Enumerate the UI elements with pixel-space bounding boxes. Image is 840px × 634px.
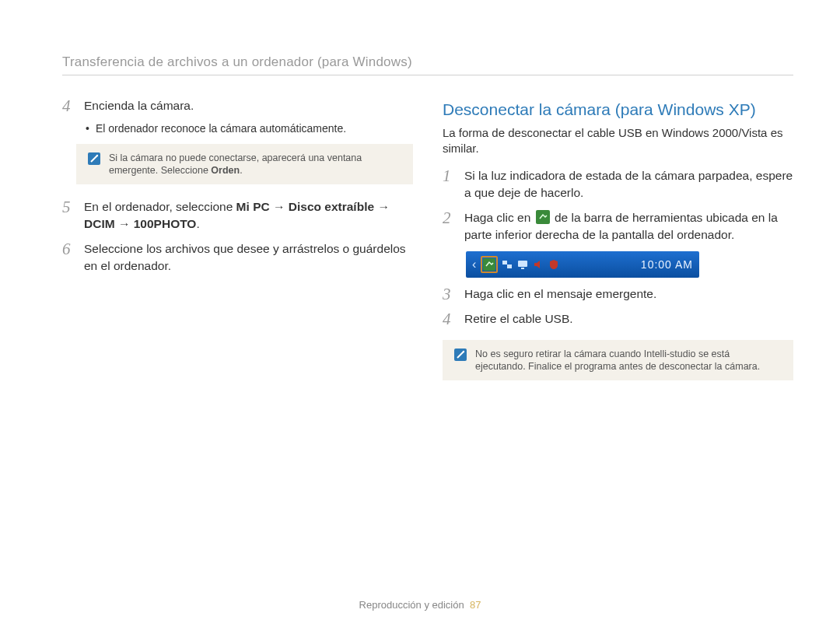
safe-remove-tray-icon bbox=[483, 258, 495, 271]
step-text: En el ordenador, seleccione Mi PC → Disc… bbox=[84, 198, 413, 233]
shield-tray-icon bbox=[548, 258, 560, 271]
step-text: Haga clic en el mensaje emergente. bbox=[464, 285, 793, 303]
step-text: Seleccione los archivos que desee y arrá… bbox=[84, 240, 413, 275]
right-step-1: 1 Si la luz indicadora de estada de la c… bbox=[443, 167, 793, 201]
note-icon bbox=[87, 152, 101, 166]
step-text: Encienda la cámara. bbox=[84, 97, 413, 114]
section-lead: La forma de desconectar el cable USB en … bbox=[443, 125, 793, 156]
note-box-2: No es seguro retirar la cámara cuando In… bbox=[443, 340, 793, 380]
note-text: Si la cámara no puede conectarse, aparec… bbox=[109, 152, 402, 177]
step-number: 1 bbox=[443, 167, 457, 201]
svg-rect-3 bbox=[483, 258, 495, 271]
content-columns: 4 Encienda la cámara. El ordenador recon… bbox=[62, 97, 793, 394]
step-4-sub: El ordenador reconoce la cámara automáti… bbox=[86, 122, 413, 135]
svg-rect-6 bbox=[507, 264, 512, 268]
step-number: 5 bbox=[62, 198, 76, 233]
right-step-4: 4 Retire el cable USB. bbox=[443, 310, 793, 328]
step-4: 4 Encienda la cámara. bbox=[62, 97, 413, 114]
page-number: 87 bbox=[470, 599, 481, 611]
svg-rect-8 bbox=[521, 268, 524, 269]
svg-point-10 bbox=[463, 351, 464, 352]
step-number: 4 bbox=[443, 310, 457, 328]
note-icon bbox=[453, 348, 467, 362]
right-step-3: 3 Haga clic en el mensaje emergente. bbox=[443, 285, 793, 303]
left-column: 4 Encienda la cámara. El ordenador recon… bbox=[62, 97, 413, 394]
network-tray-icon bbox=[501, 258, 513, 271]
step-number: 3 bbox=[443, 285, 457, 303]
step-5: 5 En el ordenador, seleccione Mi PC → Di… bbox=[62, 198, 413, 233]
tray-clock: 10:00 AM bbox=[641, 258, 693, 271]
section-heading: Desconectar la cámara (para Windows XP) bbox=[443, 100, 793, 119]
manual-page: Transferencia de archivos a un ordenador… bbox=[0, 0, 840, 634]
svg-rect-7 bbox=[518, 261, 527, 267]
step-text: Retire el cable USB. bbox=[464, 310, 793, 328]
note-text: No es seguro retirar la cámara cuando In… bbox=[475, 348, 782, 373]
step-number: 4 bbox=[62, 97, 76, 114]
step-number: 2 bbox=[443, 209, 457, 243]
footer-text: Reproducción y edición bbox=[359, 599, 464, 611]
volume-tray-icon bbox=[532, 258, 544, 271]
svg-rect-5 bbox=[502, 261, 507, 264]
step-text: Si la luz indicadora de estada de la cám… bbox=[464, 167, 793, 201]
page-header: Transferencia de archivos a un ordenador… bbox=[62, 54, 793, 70]
svg-point-1 bbox=[96, 155, 98, 156]
page-footer: Reproducción y edición 87 bbox=[0, 599, 840, 611]
step-6: 6 Seleccione los archivos que desee y ar… bbox=[62, 240, 413, 275]
right-step-2: 2 Haga clic en de la barra de herramient… bbox=[443, 209, 793, 243]
svg-rect-2 bbox=[536, 210, 550, 224]
tray-selected-icon bbox=[481, 256, 498, 273]
header-rule bbox=[62, 75, 793, 75]
right-column: Desconectar la cámara (para Windows XP) … bbox=[443, 97, 793, 394]
tray-chevron-icon: ‹ bbox=[472, 257, 476, 271]
display-tray-icon bbox=[516, 258, 529, 271]
note-box-1: Si la cámara no puede conectarse, aparec… bbox=[76, 144, 413, 184]
safe-remove-icon bbox=[536, 210, 550, 224]
system-tray-image: ‹ 10:00 AM bbox=[466, 251, 699, 278]
step-number: 6 bbox=[62, 240, 76, 275]
step-text: Haga clic en de la barra de herramientas… bbox=[464, 209, 793, 243]
